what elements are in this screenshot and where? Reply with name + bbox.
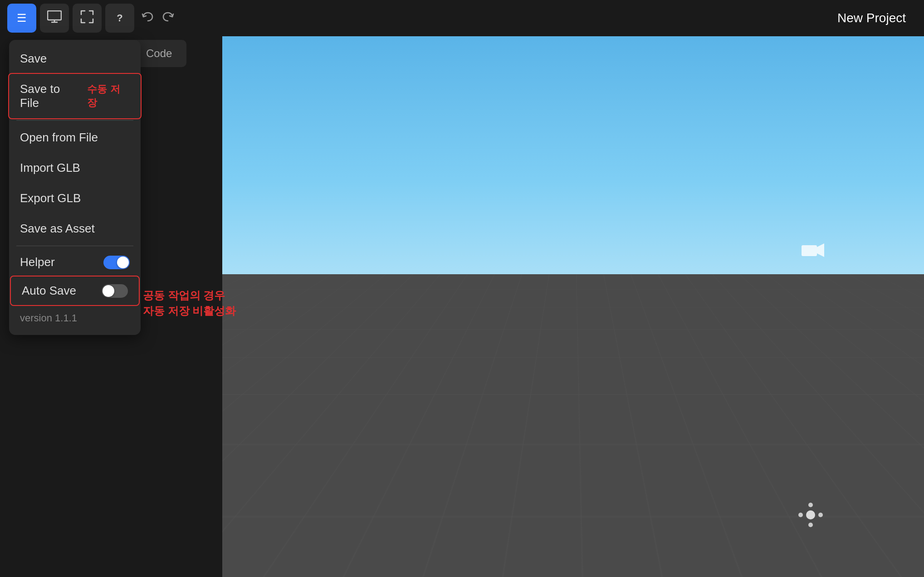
save-to-file-menu-item[interactable]: Save to File 수동 저장 [9,74,141,118]
menu-button[interactable]: ☰ [7,4,36,33]
auto-save-toggle-container: Auto Save [11,276,139,305]
help-button[interactable]: ? [105,4,134,33]
export-glb-label: Export GLB [20,191,81,205]
divider-1 [16,120,133,121]
dropdown-menu: Save Save to File 수동 저장 Open from File I… [9,40,141,335]
import-glb-menu-item[interactable]: Import GLB [9,153,141,183]
helper-toggle-row: Helper [9,248,141,276]
open-from-file-label: Open from File [20,131,98,145]
svg-rect-3 [802,245,817,256]
undo-button[interactable] [142,11,154,25]
helper-toggle-thumb [117,257,129,268]
save-label: Save [20,52,47,66]
export-glb-menu-item[interactable]: Export GLB [9,183,141,213]
expand-button[interactable] [73,4,102,33]
project-title: New Project [837,11,906,25]
save-as-asset-menu-item[interactable]: Save as Asset [9,213,141,244]
camera-icon [802,242,824,262]
annotation-line2: 자동 저장 비활성화 [143,303,236,319]
monitor-button[interactable] [40,4,69,33]
sky [222,36,924,274]
svg-point-5 [806,510,815,519]
helper-label: Helper [20,255,55,269]
monitor-icon [47,10,62,26]
topbar: ☰ ? [0,0,924,36]
undo-redo-group [142,11,174,25]
svg-point-9 [818,513,823,517]
auto-save-toggle[interactable] [102,284,128,298]
annotation-line1: 공동 작업의 경우 [143,288,236,303]
expand-icon [80,10,94,26]
open-from-file-menu-item[interactable]: Open from File [9,122,141,153]
save-menu-item[interactable]: Save [9,44,141,74]
svg-rect-0 [48,11,61,20]
auto-save-row: Auto Save [11,276,139,305]
svg-marker-4 [817,243,824,257]
scene-widget [797,501,824,532]
helper-toggle[interactable] [103,256,130,269]
annotation-text: 공동 작업의 경우 자동 저장 비활성화 [143,288,236,318]
viewport[interactable] [222,36,924,577]
auto-save-toggle-thumb [103,285,114,297]
save-to-file-korean: 수동 저장 [87,82,130,110]
save-to-file-label: Save to File [20,82,82,110]
svg-point-6 [808,503,813,507]
svg-point-8 [798,513,803,517]
save-to-file-row: Save to File 수동 저장 [20,82,130,110]
save-as-asset-label: Save as Asset [20,222,95,236]
svg-point-7 [808,523,813,527]
import-glb-label: Import GLB [20,161,80,175]
divider-2 [16,246,133,246]
help-icon: ? [117,12,122,24]
version-text: version 1.1.1 [9,305,141,331]
auto-save-label: Auto Save [22,284,76,298]
redo-button[interactable] [161,11,174,25]
menu-icon: ☰ [17,12,27,24]
